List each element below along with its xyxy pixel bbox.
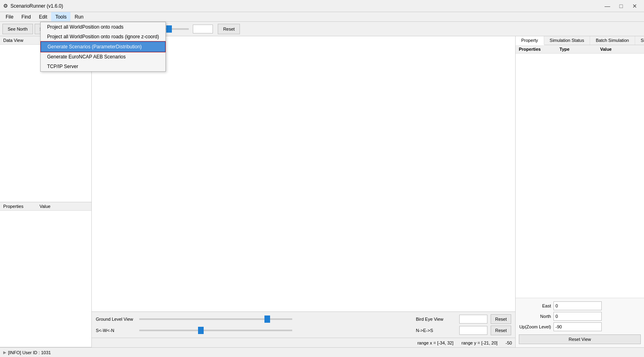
properties-label: Properties	[3, 204, 23, 209]
north-input[interactable]	[553, 312, 602, 321]
col-type: Type	[559, 47, 600, 52]
range-y: range y = [-21, 20]	[462, 340, 498, 345]
east-input[interactable]	[553, 301, 602, 310]
title-bar-title: ScenarioRunner (v1.6.0)	[10, 3, 63, 9]
right-properties-content	[516, 54, 644, 298]
dropdown-project-world-ignore[interactable]: Project all WorldPosition onto roads (ig…	[41, 32, 165, 42]
right-tabs: Property Simulation Status Batch Simulat…	[516, 36, 644, 45]
tab-simulati[interactable]: Simulati	[635, 36, 644, 45]
dropdown-tcpip[interactable]: TCP/IP Server	[41, 62, 165, 71]
dropdown-project-world[interactable]: Project all WorldPosition onto roads	[41, 22, 165, 32]
left-panel: Data View Properties Value	[0, 36, 92, 347]
range-x: range x = [-34, 32]	[417, 340, 454, 345]
col-properties: Properties	[519, 47, 559, 52]
properties-panel-left: Properties Value	[0, 202, 91, 347]
minimize-button[interactable]: —	[601, 2, 613, 10]
rotation-right-label: N->E->S	[416, 328, 456, 333]
col-value: Value	[600, 47, 641, 52]
up-label: Up(Zoom Level)	[519, 324, 551, 329]
up-input[interactable]	[553, 322, 602, 331]
menu-bar: File Find Edit Tools Run Project all Wor…	[0, 12, 644, 22]
zoom-value: -50	[506, 340, 512, 345]
see-north-button[interactable]: See North	[2, 24, 33, 34]
tools-dropdown: Project all WorldPosition onto roads Pro…	[40, 22, 166, 72]
east-label: East	[519, 303, 551, 308]
status-message: [INFO] User ID : 1031	[8, 350, 51, 355]
status-icon: ▶	[3, 350, 6, 355]
viewport[interactable]	[92, 36, 515, 311]
right-table-header: Properties Type Value	[516, 45, 644, 54]
properties-panel-left-content	[0, 211, 91, 347]
status-bar: ▶ [INFO] User ID : 1031	[0, 347, 644, 357]
app-icon: ⚙	[3, 3, 8, 9]
ground-level-slider[interactable]	[139, 318, 292, 320]
menu-edit[interactable]: Edit	[35, 12, 52, 21]
menu-file[interactable]: File	[2, 12, 17, 21]
north-label: North	[519, 314, 551, 319]
bottom-row2: S<-W<-N N->E->S Reset	[96, 326, 511, 335]
value-label: Value	[39, 204, 50, 209]
center-panel: Ground Level View Bird Eye View Reset S<…	[92, 36, 515, 347]
menu-tools[interactable]: Tools	[51, 12, 70, 21]
reset-view-button[interactable]: Reset View	[519, 334, 641, 344]
menu-find[interactable]: Find	[17, 12, 35, 21]
right-content	[516, 54, 644, 298]
east-row: East	[519, 301, 641, 310]
right-panel: Property Simulation Status Batch Simulat…	[515, 36, 644, 347]
tab-batch-simulation[interactable]: Batch Simulation	[590, 36, 635, 45]
bottom-controls: Ground Level View Bird Eye View Reset S<…	[92, 311, 515, 338]
rotation-slider[interactable]	[139, 330, 292, 331]
rotation-reset-button[interactable]: Reset	[491, 326, 511, 335]
reset-button[interactable]: Reset	[218, 24, 240, 34]
rotation-input[interactable]	[459, 326, 487, 335]
bird-eye-label: Bird Eye View	[416, 317, 456, 322]
bird-eye-input[interactable]	[459, 315, 487, 324]
menu-run[interactable]: Run	[70, 12, 87, 21]
rotation-left-label: S<-W<-N	[96, 328, 136, 333]
main-layout: Data View Properties Value Ground Level …	[0, 36, 644, 347]
bottom-row1: Ground Level View Bird Eye View Reset	[96, 314, 511, 324]
up-row: Up(Zoom Level)	[519, 322, 641, 331]
title-bar-left: ⚙ ScenarioRunner (v1.6.0)	[3, 3, 63, 9]
range-bar: range x = [-34, 32] range y = [-21, 20] …	[92, 338, 515, 347]
tab-simulation-status[interactable]: Simulation Status	[544, 36, 590, 45]
title-bar-controls: — □ ✕	[601, 2, 641, 10]
properties-panel-left-header: Properties Value	[0, 202, 91, 211]
north-row: North	[519, 312, 641, 321]
camera-speed-input[interactable]	[193, 25, 213, 33]
maximize-button[interactable]: □	[615, 2, 627, 10]
title-bar: ⚙ ScenarioRunner (v1.6.0) — □ ✕	[0, 0, 644, 12]
dropdown-generate-scenarios[interactable]: Generate Scenarios (ParameterDistributio…	[41, 42, 165, 52]
close-button[interactable]: ✕	[629, 2, 641, 10]
coords-panel: East North Up(Zoom Level) Reset View	[516, 298, 644, 347]
bird-eye-reset-button[interactable]: Reset	[491, 314, 511, 324]
ground-level-label: Ground Level View	[96, 317, 136, 322]
tab-property[interactable]: Property	[516, 36, 544, 45]
dropdown-generate-eurocap[interactable]: Generate EuroNCAP AEB Scenarios	[41, 52, 165, 62]
